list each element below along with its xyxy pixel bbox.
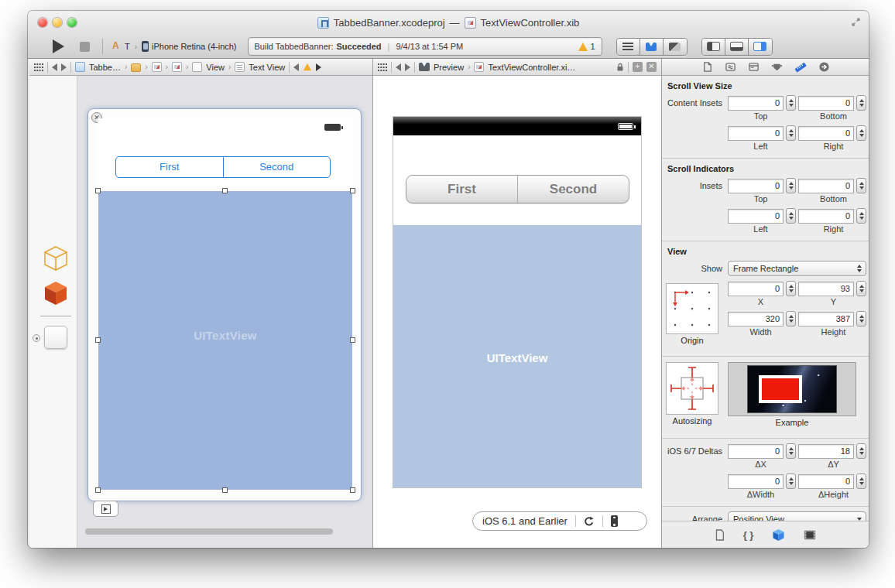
assistant-forward-button[interactable] xyxy=(405,63,410,71)
breadcrumb-text-view[interactable]: Text View xyxy=(249,63,285,72)
size-inspector-tab-selected[interactable] xyxy=(794,61,807,74)
breadcrumb-preview-document[interactable]: TextViewController.xi… xyxy=(488,63,575,72)
warning-counter[interactable]: 1 xyxy=(578,42,595,51)
y-stepper[interactable] xyxy=(856,281,866,296)
forward-button[interactable] xyxy=(61,63,67,71)
standard-editor-button[interactable] xyxy=(617,39,640,55)
title-bar[interactable]: TabbedBanner.xcodeproj — TextViewControl… xyxy=(28,11,869,34)
width-field[interactable]: 320 xyxy=(728,312,784,326)
xib-crumb-icon-2[interactable] xyxy=(172,62,182,72)
document-outline-toggle-button[interactable] xyxy=(93,501,118,517)
preview-version-label[interactable]: iOS 6.1 and Earlier xyxy=(482,515,568,527)
resize-handle-bottom-left[interactable] xyxy=(95,487,101,493)
resize-handle-middle-left[interactable] xyxy=(95,337,101,343)
xib-view-window[interactable]: ✕ First Second UITextView xyxy=(87,108,362,501)
resize-handle-top-right[interactable] xyxy=(350,188,355,193)
height-field[interactable]: 387 xyxy=(798,312,854,326)
indicator-insets-bottom-field[interactable]: 0 xyxy=(798,179,854,193)
resize-handle-bottom-middle[interactable] xyxy=(222,487,228,493)
segment-second[interactable]: Second xyxy=(224,157,331,177)
indicator-insets-left-stepper[interactable] xyxy=(786,208,796,224)
resize-handle-bottom-right[interactable] xyxy=(350,487,355,493)
resize-handle-top-middle[interactable] xyxy=(222,188,228,193)
connections-inspector-tab[interactable] xyxy=(818,61,830,73)
object-library-tab-selected[interactable] xyxy=(772,528,785,542)
activity-viewer[interactable]: Build TabbedBanner: Succeeded | 9/4/13 a… xyxy=(248,37,602,56)
uitextview-selected[interactable]: UITextView xyxy=(98,191,352,490)
indicator-insets-top-stepper[interactable] xyxy=(786,178,796,193)
breadcrumb-project[interactable]: Tabbe… xyxy=(89,63,121,72)
delta-x-stepper[interactable] xyxy=(786,443,796,459)
run-button[interactable] xyxy=(53,39,64,53)
autosizing-control[interactable] xyxy=(666,362,718,415)
utilities-toggle-button[interactable] xyxy=(749,39,772,55)
indicator-insets-right-field[interactable]: 0 xyxy=(798,209,854,224)
resize-handle-middle-right[interactable] xyxy=(350,337,355,343)
identity-inspector-tab[interactable] xyxy=(748,61,760,73)
content-insets-right-stepper[interactable] xyxy=(856,125,866,141)
close-window-button[interactable] xyxy=(38,18,47,27)
segment-first[interactable]: First xyxy=(116,157,224,177)
view-object-icon[interactable] xyxy=(44,326,67,349)
breadcrumb-preview[interactable]: Preview xyxy=(434,63,464,72)
delta-width-field[interactable]: 0 xyxy=(728,474,784,489)
breadcrumb-view[interactable]: View xyxy=(206,63,225,72)
related-items-button-assistant[interactable] xyxy=(378,63,387,71)
version-editor-button[interactable] xyxy=(664,39,687,55)
related-items-button[interactable] xyxy=(34,63,43,71)
assistant-editor-button[interactable] xyxy=(640,39,664,55)
interface-builder-canvas[interactable]: ✕ First Second UITextView xyxy=(77,76,372,548)
indicator-insets-right-stepper[interactable] xyxy=(856,208,866,224)
files-owner-icon[interactable] xyxy=(43,245,69,272)
height-stepper[interactable] xyxy=(856,311,866,326)
segmented-control[interactable]: First Second xyxy=(115,156,331,178)
y-field[interactable]: 93 xyxy=(798,282,854,296)
assistant-back-button[interactable] xyxy=(396,63,401,71)
content-insets-left-field[interactable]: 0 xyxy=(728,126,784,141)
indicator-insets-top-field[interactable]: 0 xyxy=(728,179,784,193)
file-template-library-tab[interactable] xyxy=(715,529,725,541)
indicator-insets-bottom-stepper[interactable] xyxy=(856,178,866,193)
content-insets-bottom-field[interactable]: 0 xyxy=(798,96,854,111)
minimize-window-button[interactable] xyxy=(53,18,62,27)
delta-y-field[interactable]: 18 xyxy=(798,444,854,459)
delta-height-stepper[interactable] xyxy=(856,473,866,489)
horizontal-scrollbar[interactable] xyxy=(85,528,333,535)
zoom-window-button[interactable] xyxy=(67,18,77,27)
origin-selector[interactable] xyxy=(666,283,718,334)
delta-height-field[interactable]: 0 xyxy=(798,474,854,489)
preview-version-control[interactable]: iOS 6.1 and Earlier xyxy=(472,511,647,531)
navigator-toggle-button[interactable] xyxy=(702,39,725,55)
root-view[interactable]: First Second UITextView xyxy=(98,118,353,493)
issue-warning-icon[interactable] xyxy=(303,63,311,70)
show-popup-button[interactable]: Frame Rectangle xyxy=(728,261,866,276)
first-responder-icon[interactable] xyxy=(43,280,69,306)
quick-help-inspector-tab[interactable] xyxy=(725,61,736,73)
x-field[interactable]: 0 xyxy=(728,282,784,296)
arrange-pulldown-button[interactable]: Position View xyxy=(728,511,866,521)
rotate-orientation-icon[interactable] xyxy=(584,516,595,527)
file-inspector-tab[interactable] xyxy=(701,61,713,73)
close-assistant-editor-button[interactable]: ✕ xyxy=(646,62,657,72)
group-folder-icon[interactable] xyxy=(131,63,141,72)
dock-disclosure-icon[interactable] xyxy=(33,334,40,342)
indicator-insets-left-field[interactable]: 0 xyxy=(728,209,784,224)
media-library-tab[interactable] xyxy=(804,530,816,540)
content-insets-bottom-stepper[interactable] xyxy=(856,95,866,111)
stop-button[interactable] xyxy=(80,42,90,52)
code-snippet-library-tab[interactable]: { } xyxy=(743,529,754,541)
delta-y-stepper[interactable] xyxy=(856,443,866,459)
content-insets-right-field[interactable]: 0 xyxy=(798,126,854,141)
content-insets-top-field[interactable]: 0 xyxy=(728,96,784,111)
scheme-selector[interactable]: T › iPhone Retina (4-inch) xyxy=(112,41,237,52)
back-button[interactable] xyxy=(52,63,57,71)
next-issue-button[interactable] xyxy=(316,63,321,71)
delta-width-stepper[interactable] xyxy=(786,473,796,489)
resize-handle-top-left[interactable] xyxy=(95,188,101,193)
previous-issue-button[interactable] xyxy=(293,63,299,71)
xib-crumb-icon[interactable] xyxy=(152,62,162,72)
add-assistant-editor-button[interactable]: + xyxy=(633,62,643,72)
fullscreen-icon[interactable] xyxy=(851,17,861,27)
form-factor-icon[interactable] xyxy=(611,515,618,527)
content-insets-top-stepper[interactable] xyxy=(786,95,796,111)
